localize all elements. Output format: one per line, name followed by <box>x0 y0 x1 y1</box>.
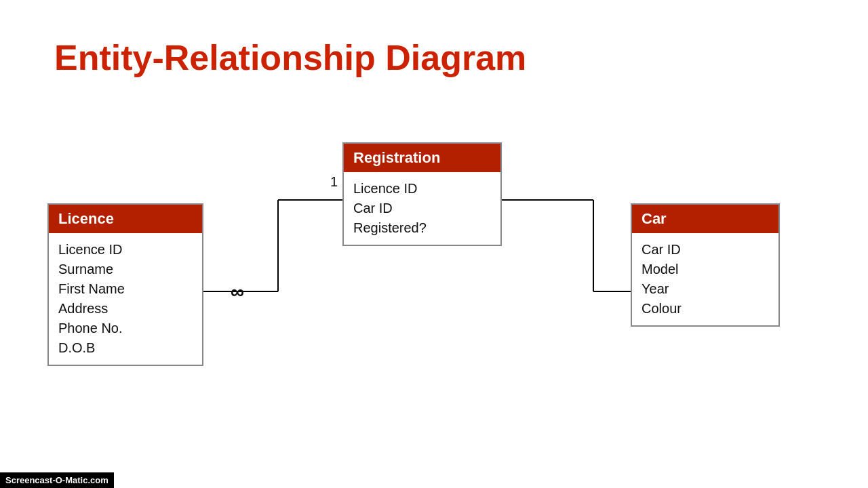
car-entity: Car Car ID Model Year Colour <box>631 203 780 327</box>
licence-header: Licence <box>49 205 202 233</box>
registration-field-0: Licence ID <box>353 179 491 199</box>
licence-field-2: First Name <box>58 279 193 299</box>
licence-field-0: Licence ID <box>58 240 193 260</box>
cardinality-licence: ∞ <box>231 281 244 303</box>
licence-entity: Licence Licence ID Surname First Name Ad… <box>47 203 203 366</box>
registration-body: Licence ID Car ID Registered? <box>344 172 500 245</box>
page-title: Entity-Relationship Diagram <box>54 37 526 78</box>
registration-field-1: Car ID <box>353 199 491 218</box>
car-body: Car ID Model Year Colour <box>632 233 778 325</box>
licence-field-1: Surname <box>58 260 193 279</box>
licence-field-5: D.O.B <box>58 338 193 358</box>
licence-field-3: Address <box>58 299 193 319</box>
watermark: Screencast-O-Matic.com <box>0 472 114 488</box>
registration-entity: Registration Licence ID Car ID Registere… <box>342 142 502 246</box>
cardinality-top: 1 <box>330 174 338 190</box>
licence-field-4: Phone No. <box>58 319 193 338</box>
car-field-3: Colour <box>642 299 769 319</box>
car-field-2: Year <box>642 279 769 299</box>
registration-field-2: Registered? <box>353 218 491 238</box>
registration-header: Registration <box>344 144 500 172</box>
car-field-1: Model <box>642 260 769 279</box>
car-field-0: Car ID <box>642 240 769 260</box>
car-header: Car <box>632 205 778 233</box>
licence-body: Licence ID Surname First Name Address Ph… <box>49 233 202 365</box>
